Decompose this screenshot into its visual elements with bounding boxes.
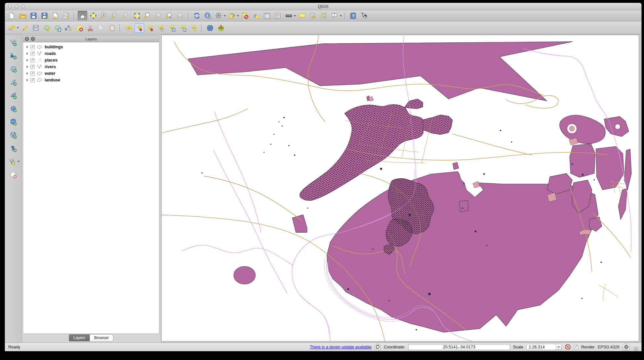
expand-arrow-icon[interactable] [26, 66, 28, 68]
expand-arrow-icon[interactable] [26, 79, 28, 81]
layer-row-places[interactable]: places [23, 57, 159, 64]
composer-manager-button[interactable] [61, 11, 71, 21]
expand-arrow-icon[interactable] [26, 46, 28, 48]
show-bookmarks-button[interactable] [319, 11, 329, 21]
line-layer-icon [37, 51, 43, 56]
add-wms-layer-button[interactable] [8, 104, 18, 113]
zoom-actual-size-button[interactable]: 1:1 [121, 11, 131, 21]
add-postgis-layer-button[interactable] [8, 64, 18, 73]
web-globe-button[interactable] [205, 23, 215, 33]
rotate-label-button[interactable]: abc [178, 23, 188, 33]
layer-checkbox[interactable] [30, 78, 35, 82]
pin-labels-button[interactable]: ab [135, 23, 144, 33]
tab-browser[interactable]: Browser [90, 334, 113, 341]
tab-layers[interactable]: Layers [69, 334, 90, 341]
scale-dropdown-icon[interactable] [556, 344, 561, 350]
layer-row-roads[interactable]: roads [23, 50, 159, 57]
panel-close-icon[interactable] [25, 37, 29, 41]
field-calculator-button[interactable] [273, 11, 283, 21]
change-label-button[interactable]: abc [189, 23, 199, 33]
panel-float-icon[interactable] [31, 37, 35, 41]
layer-labeling-options-button[interactable]: abc [124, 23, 133, 33]
open-project-button[interactable] [18, 11, 27, 21]
stop-rendering-icon[interactable] [565, 344, 571, 350]
add-feature-button[interactable] [42, 23, 52, 33]
select-by-expression-button[interactable]: ε [251, 11, 261, 21]
select-features-button[interactable] [227, 11, 239, 21]
layer-row-rivers[interactable]: rivers [23, 64, 159, 70]
coordinate-input[interactable] [408, 344, 510, 350]
refresh-map-button[interactable] [192, 11, 202, 21]
add-delimited-text-layer-button[interactable] [8, 144, 18, 153]
current-edits-button[interactable] [7, 23, 19, 33]
pan-map-button[interactable] [78, 11, 87, 21]
add-wcs-layer-button[interactable] [8, 117, 18, 126]
plugin-layers-button[interactable] [216, 23, 226, 33]
add-spatialite-layer-button[interactable] [8, 77, 18, 87]
copy-features-button[interactable] [97, 23, 106, 33]
add-mssql-layer-button[interactable] [8, 91, 18, 100]
layer-checkbox[interactable] [30, 45, 35, 49]
layer-row-water[interactable]: water [23, 70, 159, 77]
map-canvas[interactable] [161, 35, 639, 341]
plugin-icon[interactable] [375, 344, 381, 350]
crs-status-button[interactable] [623, 344, 630, 350]
delete-selected-button[interactable] [75, 23, 84, 33]
save-layer-edits-button[interactable] [31, 23, 41, 33]
zoom-to-selection-button[interactable] [143, 11, 153, 21]
whats-this-button[interactable]: ? [359, 11, 369, 21]
expand-arrow-icon[interactable] [26, 52, 28, 55]
expand-arrow-icon[interactable] [26, 59, 28, 62]
cut-features-button[interactable] [86, 23, 95, 33]
run-feature-action-button[interactable] [214, 11, 226, 21]
zoom-selection-icon [144, 12, 152, 20]
new-shapefile-layer-button[interactable] [7, 157, 20, 166]
text-annotation-button[interactable]: T [330, 11, 342, 21]
save-project-button[interactable] [29, 11, 38, 21]
zoom-to-layer-button[interactable] [154, 11, 164, 21]
add-raster-layer-button[interactable] [8, 51, 18, 60]
paste-features-button[interactable] [107, 23, 117, 33]
unpin-labels-button[interactable]: ab [145, 23, 155, 33]
zoom-out-button[interactable] [110, 11, 120, 21]
map-tips-button[interactable] [297, 11, 307, 21]
remove-layer-button[interactable] [8, 170, 18, 179]
layer-checkbox[interactable] [30, 65, 35, 69]
move-feature-button[interactable] [53, 23, 62, 33]
add-wfs-layer-button[interactable] [8, 130, 18, 140]
zoom-next-button[interactable] [176, 11, 185, 21]
svg-text:abc: abc [192, 26, 195, 28]
layer-checkbox[interactable] [30, 52, 35, 56]
show-hide-labels-button[interactable]: abc [156, 23, 166, 33]
deselect-features-button[interactable] [240, 11, 250, 21]
layer-row-landuse[interactable]: landuse [23, 77, 159, 83]
expand-arrow-icon[interactable] [26, 72, 28, 75]
title-bar[interactable]: QGIS [5, 3, 641, 10]
layer-checkbox[interactable] [30, 71, 35, 76]
save-project-as-button[interactable] [40, 11, 49, 21]
measure-line-button[interactable] [284, 11, 296, 21]
zoom-full-extent-button[interactable] [132, 11, 142, 21]
resize-grip[interactable] [633, 346, 638, 351]
layer-row-buildings[interactable]: buildings [23, 44, 159, 50]
new-print-composer-button[interactable] [51, 11, 60, 21]
zoom-in-button[interactable] [100, 11, 109, 21]
add-spatialite-layer-icon [10, 78, 17, 86]
field-calculator-icon [274, 12, 282, 20]
pan-to-selection-button[interactable] [89, 11, 98, 21]
add-vector-layer-button[interactable] [8, 38, 18, 47]
zoom-last-button[interactable] [165, 11, 175, 21]
help-contents-button[interactable]: ? [348, 11, 358, 21]
node-tool-button[interactable] [64, 23, 73, 33]
render-checkbox[interactable] [574, 345, 578, 349]
identify-features-button[interactable]: i [203, 11, 213, 21]
scale-combobox[interactable]: 1:26,314 [526, 344, 562, 350]
new-project-button[interactable] [7, 11, 17, 21]
layers-panel-header[interactable]: Layers [23, 35, 159, 42]
move-label-button[interactable]: abc [167, 23, 177, 33]
plugin-update-link[interactable]: There is a plugin update available [310, 345, 372, 349]
layer-checkbox[interactable] [30, 58, 35, 63]
open-attribute-table-button[interactable] [262, 11, 272, 21]
new-bookmark-button[interactable] [308, 11, 318, 21]
toggle-editing-button[interactable] [20, 23, 30, 33]
